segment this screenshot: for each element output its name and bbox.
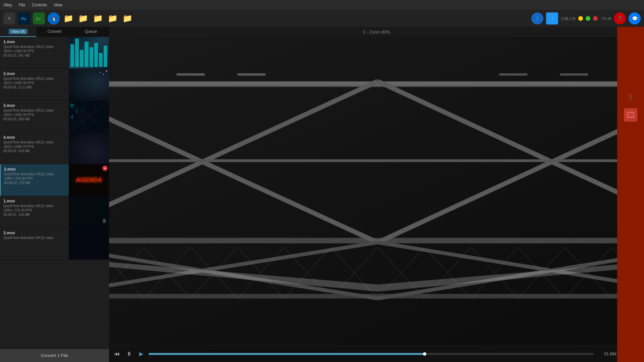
clip-resolution: 644 x 362 25 FPS xyxy=(3,145,65,148)
taskbar: A Ps Ex 🐧 📁 📁 📁 📁 📁 👤 ↑ 云端上传 FX.dll 🎵 💬 xyxy=(0,10,644,27)
file-label: FX.dll xyxy=(602,16,611,20)
clip-item[interactable]: 3.mov QuickTime Animation (RLE) video xyxy=(0,228,109,260)
svg-text:Ex: Ex xyxy=(36,17,41,21)
clip-duration: 00:00:03, 506 MB xyxy=(3,117,65,121)
close-btn[interactable] xyxy=(593,16,598,21)
zoom-label: 2 - Zoom 80% xyxy=(363,29,390,35)
view-tab-label: View (9) xyxy=(9,29,28,34)
clip-thumbnail xyxy=(69,196,109,228)
folder-yellow-4[interactable]: 📁 xyxy=(107,12,119,24)
app-icon-network[interactable]: 👤 xyxy=(531,12,543,24)
clip-codec: QuickTime Animation (RLE) video xyxy=(3,236,65,240)
menu-bar: Alley File Controls View xyxy=(0,0,644,10)
clip-name: 2.mov xyxy=(4,167,65,172)
clip-codec: QuickTime Animation (RLE) video xyxy=(3,140,65,144)
play-button[interactable]: ▶ xyxy=(137,349,146,359)
svg-text:🐧: 🐧 xyxy=(52,16,57,21)
sidebar: View (9) Convert Queue 1.mov QuickTime A… xyxy=(0,27,109,362)
menu-file[interactable]: File xyxy=(19,3,25,7)
clip-name: 4.mov xyxy=(3,135,65,140)
svg-rect-58 xyxy=(177,73,205,76)
convert-button[interactable]: Convert 1 File xyxy=(0,349,109,362)
playback-bar: ⏮ ⏸ ▶ 01.684 xyxy=(109,345,644,362)
timecode-display: 01.684 xyxy=(596,352,616,356)
clip-resolution: 1280 x 720 30 FPS xyxy=(4,177,65,180)
clip-item[interactable]: 1.mov QuickTime Animation (RLE) video 19… xyxy=(0,37,109,69)
clip-info: 2.mov QuickTime Animation (RLE) video 19… xyxy=(0,69,69,100)
progress-fill xyxy=(149,353,425,355)
minimize-btn[interactable] xyxy=(578,16,583,21)
folder-yellow-3[interactable]: 📁 xyxy=(92,12,104,24)
svg-rect-61 xyxy=(560,73,588,76)
clip-info: 3.mov QuickTime Animation (RLE) video 19… xyxy=(0,101,69,132)
app-icon-netease[interactable]: 🎵 xyxy=(614,12,626,24)
app-icon-excel[interactable]: Ex xyxy=(33,12,45,24)
folder-yellow-1[interactable]: 📁 xyxy=(62,12,74,24)
maximize-btn[interactable] xyxy=(586,16,590,21)
folder-yellow-2[interactable]: 📁 xyxy=(77,12,89,24)
clip-thumbnail xyxy=(69,132,109,164)
clip-info: 1.mov QuickTime Animation (RLE) video 19… xyxy=(0,37,69,68)
clip-item[interactable]: 2.mov QuickTime Animation (RLE) video 19… xyxy=(0,69,109,101)
clip-codec: QuickTime Animation (RLE) video xyxy=(3,45,65,49)
tab-view[interactable]: View (9) xyxy=(0,27,36,37)
clip-resolution: 1280 x 720 30 FPS xyxy=(3,208,65,212)
clip-info: 3.mov QuickTime Animation (RLE) video xyxy=(0,228,69,259)
clip-name: 1.mov xyxy=(3,199,65,203)
svg-text:Ps: Ps xyxy=(21,17,26,21)
menu-view[interactable]: View xyxy=(54,3,62,7)
svg-text:D: D xyxy=(70,103,74,108)
app-icon-qq[interactable]: 🐧 xyxy=(48,12,60,24)
clip-resolution: 644 x 362 30 FPS xyxy=(3,113,65,117)
clip-thumbnail xyxy=(69,228,109,260)
right-panel-icon xyxy=(624,108,637,122)
clip-name: 1.mov xyxy=(3,40,65,44)
clip-duration: 00:00:03, 591 MB xyxy=(3,54,65,57)
svg-text:👤: 👤 xyxy=(535,16,540,21)
rewind-button[interactable]: ⏮ xyxy=(112,349,122,359)
svg-text:4: 4 xyxy=(70,114,73,120)
svg-rect-60 xyxy=(499,73,527,76)
clip-codec: QuickTime Animation (RLE) video xyxy=(3,77,65,80)
clip-codec: QuickTime Animation (RLE) video xyxy=(3,109,65,112)
tab-queue[interactable]: Queue xyxy=(73,27,109,37)
clip-info: 4.mov QuickTime Animation (RLE) video 19… xyxy=(0,132,69,164)
clip-name: 3.mov xyxy=(3,103,65,108)
clip-name: 3.mov xyxy=(3,231,65,235)
clip-item[interactable]: 4.mov QuickTime Animation (RLE) video 19… xyxy=(0,132,109,164)
tab-bar: View (9) Convert Queue xyxy=(0,27,109,37)
metal-structure-bg xyxy=(109,37,644,345)
video-frame xyxy=(109,37,644,345)
progress-bar[interactable] xyxy=(149,353,594,355)
clip-info: 2.mov QuickTime Animation (RLE) video 12… xyxy=(1,164,69,196)
app-icon-alley[interactable]: A xyxy=(3,12,15,24)
progress-handle[interactable] xyxy=(423,352,426,356)
menu-alley[interactable]: Alley xyxy=(3,3,12,7)
clip-close-button[interactable]: ✕ xyxy=(102,166,108,171)
clip-item[interactable]: 3.mov QuickTime Animation (RLE) video 19… xyxy=(0,101,109,132)
clip-codec: QuickTime Animation (RLE) video xyxy=(4,172,65,176)
svg-text:1.: 1. xyxy=(75,109,79,113)
clip-thumbnail xyxy=(69,69,109,101)
upload-label: 云端上传 xyxy=(561,16,576,21)
svg-rect-65 xyxy=(627,112,634,118)
clip-info: 1.mov QuickTime Animation (RLE) video 12… xyxy=(0,196,69,228)
pause-button[interactable]: ⏸ xyxy=(124,349,134,359)
clip-item-selected[interactable]: 2.mov QuickTime Animation (RLE) video 12… xyxy=(0,164,109,196)
clip-resolution: 644 x 362 30 FPS xyxy=(3,49,65,53)
clip-name: 2.mov xyxy=(3,71,65,76)
folder-yellow-5[interactable]: 📁 xyxy=(121,12,133,24)
clip-item[interactable]: 1.mov QuickTime Animation (RLE) video 12… xyxy=(0,196,109,228)
app-icon-upload[interactable]: ↑ xyxy=(546,12,558,24)
app-icon-chat[interactable]: 💬 xyxy=(629,12,641,24)
app-icon-ps[interactable]: Ps xyxy=(18,12,30,24)
zoom-bar: 2 - Zoom 80% xyxy=(109,27,644,37)
clip-thumbnail xyxy=(69,37,109,69)
clip-thumbnail: D 1. 4 xyxy=(69,101,109,132)
clip-duration: 00:00:02, 170 MB xyxy=(4,181,65,185)
preview-area: 2 - Zoom 80% xyxy=(109,27,644,362)
clip-list[interactable]: 1.mov QuickTime Animation (RLE) video 19… xyxy=(0,37,109,349)
tab-convert[interactable]: Convert xyxy=(36,27,72,37)
clip-duration: 00:00:01, 133 MB xyxy=(3,213,65,217)
menu-controls[interactable]: Controls xyxy=(32,3,47,7)
